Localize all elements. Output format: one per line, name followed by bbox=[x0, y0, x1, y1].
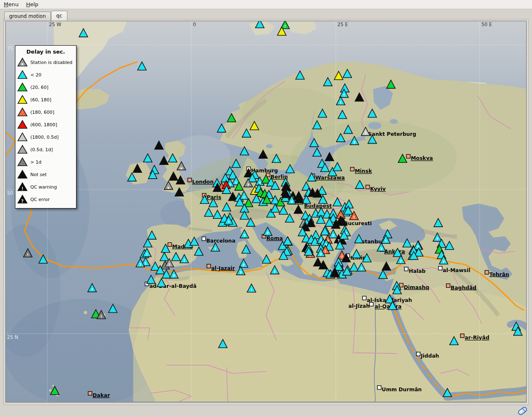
svg-text:!: ! bbox=[340, 101, 342, 105]
grid-label-longitude: 25 E bbox=[337, 22, 348, 27]
city-label: Baghdâd bbox=[451, 285, 476, 291]
city-label: Moskva bbox=[411, 155, 433, 161]
svg-text:?: ? bbox=[320, 252, 322, 257]
legend-triangle-icon bbox=[17, 107, 28, 117]
legend-item: xStation is disabled bbox=[15, 56, 76, 69]
legend-item-label: QC error bbox=[30, 197, 49, 202]
city-label: Barcelona bbox=[206, 238, 235, 244]
svg-text:!: ! bbox=[325, 249, 326, 254]
city-label: Sankt Peterburg bbox=[368, 131, 416, 137]
svg-text:?: ? bbox=[353, 140, 356, 145]
svg-text:?: ? bbox=[400, 259, 402, 264]
city-label: al-Jîzah bbox=[348, 303, 369, 309]
svg-text:x: x bbox=[167, 185, 170, 190]
svg-text:?: ? bbox=[380, 247, 383, 251]
legend-triangle-icon bbox=[17, 120, 28, 130]
svg-text:?: ? bbox=[173, 274, 175, 278]
tab-bar: ground motionqc bbox=[4, 12, 68, 21]
legend-triangle-icon bbox=[17, 169, 28, 179]
legend-item: (1800, 0.5d] bbox=[15, 131, 76, 143]
city-marker: Hamburg bbox=[247, 167, 278, 174]
legend-item-label: < 20 bbox=[30, 72, 42, 78]
city-label: Dakar bbox=[93, 392, 110, 398]
map-canvas[interactable]: 25 W025 E50 E75 N50 N25 N LondonParisHam… bbox=[5, 21, 527, 402]
tab-ground-motion[interactable]: ground motion bbox=[4, 12, 51, 21]
city-marker: al-Qahira bbox=[375, 303, 402, 309]
city-label: Roma bbox=[266, 235, 283, 241]
legend-item: (20, 60] bbox=[15, 81, 76, 93]
svg-text:!: ! bbox=[91, 287, 93, 292]
svg-text:?: ? bbox=[247, 183, 249, 187]
svg-text:!: ! bbox=[235, 181, 237, 185]
city-label: Dimashq bbox=[404, 284, 429, 290]
city-label: Tehrân bbox=[489, 271, 509, 277]
map-terrain bbox=[6, 21, 526, 402]
svg-text:?: ? bbox=[436, 237, 439, 241]
svg-text:!: ! bbox=[22, 186, 24, 191]
city-marker: Sankt Peterburg bbox=[368, 131, 416, 137]
qc-map-window: { "menubar": {"items": [{"label":"Menu",… bbox=[0, 0, 532, 417]
menu-button[interactable]: Menu bbox=[0, 0, 22, 8]
city-marker: al-Jîzah bbox=[348, 302, 373, 309]
city-label: al-Mawsil bbox=[443, 267, 470, 273]
city-marker: ar-Riyâd bbox=[461, 334, 490, 341]
svg-text:!: ! bbox=[100, 314, 102, 319]
city-label: London bbox=[192, 179, 214, 185]
legend-item: > 1d bbox=[15, 156, 76, 168]
tab-qc[interactable]: qc bbox=[51, 11, 67, 21]
legend-triangle-icon bbox=[17, 132, 28, 142]
svg-text:!: ! bbox=[284, 24, 286, 29]
legend-item-label: QC warning bbox=[30, 184, 57, 190]
svg-text:!: ! bbox=[243, 195, 245, 200]
legend-item-label: Not set bbox=[30, 172, 47, 177]
city-label: al-Jazair bbox=[211, 265, 235, 271]
svg-text:!: ! bbox=[27, 253, 29, 257]
city-marker: Umm Durmân bbox=[377, 386, 422, 392]
city-marker: Istanbul bbox=[360, 238, 384, 245]
svg-text:!: ! bbox=[168, 262, 170, 267]
svg-text:x: x bbox=[180, 166, 182, 170]
delay-legend: Delay in sec. xStation is disabled< 20(2… bbox=[15, 45, 76, 208]
legend-item-label: (20, 60] bbox=[30, 85, 49, 90]
legend-title: Delay in sec. bbox=[15, 46, 76, 56]
city-marker: Dimashq bbox=[399, 283, 429, 290]
svg-text:?: ? bbox=[239, 270, 242, 275]
legend-triangle-icon bbox=[17, 157, 28, 167]
legend-triangle-icon: ! bbox=[17, 182, 28, 192]
legend-item: (60, 180] bbox=[15, 93, 76, 106]
grid-label-longitude: 0 bbox=[193, 22, 196, 27]
help-menu-button[interactable]: Help bbox=[22, 0, 42, 8]
grid-label-latitude: 25 N bbox=[7, 334, 18, 340]
city-label: Bucuresti bbox=[344, 220, 372, 226]
legend-item: < 20 bbox=[15, 69, 76, 81]
legend-item: ?QC error bbox=[15, 193, 76, 206]
city-marker: al-Jazair bbox=[207, 264, 235, 271]
size-grip-icon[interactable] bbox=[516, 405, 529, 416]
svg-text:?: ? bbox=[21, 199, 24, 204]
legend-item: (0.5d, 1d] bbox=[15, 143, 76, 156]
legend-item: (600, 1800] bbox=[15, 118, 76, 131]
city-marker: al-Mawsil bbox=[438, 266, 470, 273]
menu-bar: Menu Help bbox=[0, 0, 532, 9]
city-marker: Moskva bbox=[406, 155, 433, 161]
legend-triangle-icon: x bbox=[17, 57, 28, 67]
svg-text:!: ! bbox=[385, 239, 387, 243]
svg-text:?: ? bbox=[242, 263, 245, 267]
legend-triangle-icon bbox=[17, 95, 28, 105]
city-label: Umm Durmân bbox=[382, 386, 422, 392]
svg-text:!: ! bbox=[343, 93, 345, 98]
svg-text:?: ? bbox=[266, 231, 269, 235]
svg-text:!: ! bbox=[145, 261, 146, 266]
svg-text:x: x bbox=[21, 62, 24, 66]
svg-text:?: ? bbox=[332, 233, 335, 238]
svg-text:?: ? bbox=[243, 233, 246, 238]
city-label: Minsk bbox=[355, 168, 372, 174]
legend-item-label: (0.5d, 1d] bbox=[30, 147, 53, 152]
svg-text:?: ? bbox=[139, 262, 142, 267]
legend-item-label: (60, 180] bbox=[30, 97, 52, 103]
legend-item: (180, 600] bbox=[15, 106, 76, 118]
city-marker: Warszawa bbox=[311, 174, 345, 181]
city-label: Istanbul bbox=[360, 238, 384, 245]
legend-item-label: (1800, 0.5d] bbox=[30, 135, 59, 140]
svg-text:!: ! bbox=[341, 255, 343, 259]
